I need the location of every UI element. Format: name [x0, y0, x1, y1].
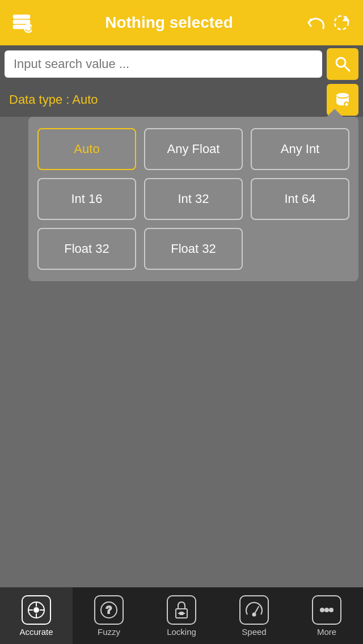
- locking-icon: [167, 595, 196, 625]
- bottom-nav: Accurate ? Fuzzy Locking: [0, 587, 363, 644]
- datatype-bar: Data type : Auto: [0, 83, 363, 117]
- svg-rect-1: [14, 20, 29, 23]
- nav-fuzzy[interactable]: ? Fuzzy: [73, 587, 145, 644]
- undo-icon[interactable]: [304, 10, 329, 35]
- speed-icon: [239, 595, 269, 625]
- fuzzy-icon: ?: [94, 595, 124, 625]
- refresh-icon[interactable]: [329, 10, 354, 35]
- svg-point-28: [330, 608, 333, 612]
- dtype-int16[interactable]: Int 16: [37, 178, 136, 220]
- svg-text:?: ?: [106, 604, 112, 616]
- svg-point-17: [34, 608, 39, 612]
- nav-more[interactable]: More: [290, 587, 363, 644]
- dtype-float32b[interactable]: Float 32: [144, 228, 243, 270]
- list-icon[interactable]: [9, 10, 34, 35]
- nav-locking-label: Locking: [167, 627, 196, 637]
- svg-line-7: [344, 66, 349, 71]
- dropdown-panel: Auto Any Float Any Int Int 16 Int 32 Int…: [28, 117, 358, 281]
- dtype-auto[interactable]: Auto: [37, 128, 136, 170]
- nav-accurate-label: Accurate: [19, 627, 53, 637]
- search-button[interactable]: [327, 48, 358, 80]
- svg-rect-21: [180, 612, 183, 615]
- svg-point-26: [320, 608, 324, 612]
- svg-point-25: [253, 613, 256, 616]
- dtype-int64[interactable]: Int 64: [251, 178, 349, 220]
- nav-speed[interactable]: Speed: [218, 587, 290, 644]
- svg-point-27: [325, 608, 328, 612]
- nav-accurate[interactable]: Accurate: [0, 587, 73, 644]
- nav-more-label: More: [317, 627, 336, 637]
- nav-fuzzy-label: Fuzzy: [98, 627, 120, 637]
- svg-point-4: [27, 27, 30, 30]
- nav-speed-label: Speed: [242, 627, 266, 637]
- dtype-int32[interactable]: Int 32: [144, 178, 243, 220]
- dtype-any-float[interactable]: Any Float: [144, 128, 243, 170]
- dtype-float32a[interactable]: Float 32: [37, 228, 136, 270]
- svg-rect-0: [14, 15, 29, 18]
- page-title: Nothing selected: [34, 14, 304, 32]
- accurate-icon: [22, 595, 51, 625]
- nav-locking[interactable]: Locking: [145, 587, 218, 644]
- search-input[interactable]: [5, 50, 322, 78]
- svg-point-8: [336, 93, 349, 98]
- search-bar: [0, 45, 363, 83]
- datatype-label: Data type : Auto: [5, 92, 322, 107]
- dtype-any-int[interactable]: Any Int: [251, 128, 349, 170]
- header: Nothing selected: [0, 0, 363, 45]
- more-icon: [312, 595, 341, 625]
